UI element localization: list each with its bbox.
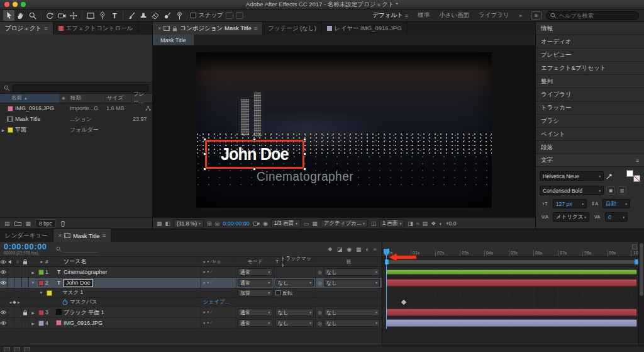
close-window-button[interactable] (4, 2, 9, 7)
scrollbar-thumb[interactable] (640, 243, 643, 296)
panel-preview[interactable]: プレビュー (536, 48, 644, 62)
parent-dropdown[interactable]: なし▾ (324, 309, 380, 316)
video-frame[interactable]: John Doe Cinematographer (196, 52, 492, 208)
next-keyframe-icon[interactable]: ▶ (18, 300, 20, 304)
camera-tool[interactable] (56, 10, 67, 21)
layer-name-edit[interactable]: John Doe (64, 279, 93, 287)
panel-brushes[interactable]: ブラシ (536, 115, 644, 128)
mask-handle[interactable] (253, 167, 256, 171)
title-text[interactable]: John Doe (221, 144, 289, 164)
layer-row[interactable]: ▶ 4 IMG_0916.JPG ♦ ✦ ∕ 通常▾ なし▾ ◎なし▾ (0, 318, 382, 329)
font-family-dropdown[interactable]: Helvetica Neue▾ (540, 171, 604, 181)
font-style-dropdown[interactable]: Condensed Bold▾ (540, 186, 604, 195)
help-search[interactable] (546, 11, 639, 20)
mask-visibility-icon[interactable]: ◎ (214, 220, 219, 227)
timeline-tracks-area[interactable]: 0s01s02s03s04s05s06s07s08s09s10s (382, 242, 644, 346)
panel-menu-icon[interactable]: ≡ (405, 13, 408, 19)
zoom-tool[interactable] (27, 10, 38, 21)
snap-option-icon[interactable] (236, 12, 243, 19)
eraser-tool[interactable] (150, 10, 161, 21)
panel-align[interactable]: 整列 (536, 75, 644, 88)
project-columns-header[interactable]: 名前▲ ◆ 種類 サイズ フレー... (0, 94, 152, 103)
resolution-dropdown[interactable]: 1/3 画質▾ (271, 219, 301, 227)
viewer-tab-mask-title[interactable]: Mask Title (153, 35, 194, 45)
project-item-folder[interactable]: ▶ 平面 フォルダー (0, 125, 152, 135)
eyedropper-icon[interactable] (606, 173, 617, 179)
keyframe-toggle-icon[interactable]: ◆ (13, 300, 16, 305)
layer-row[interactable]: ▶ 1 T Cinematographer ♦ ✦ ∕ 通常▾ ◎なし▾ (0, 267, 382, 278)
mask-handle[interactable] (303, 138, 306, 141)
stroke-over-fill-icon[interactable]: ▥ (618, 186, 626, 195)
tab-footage-viewer[interactable]: フッテージ (なし) (263, 22, 322, 35)
panel-audio[interactable]: オーディオ (536, 35, 644, 48)
view-dropdown[interactable]: アクティブカ...▾ (321, 219, 368, 227)
workspace-library[interactable]: ライブラリ (479, 11, 509, 20)
mask-handle[interactable] (253, 138, 256, 141)
panel-effects-presets[interactable]: エフェクト&プリセット (536, 62, 644, 75)
mask-row[interactable]: ▼ マスク 1 加算▾ 反転 (0, 288, 382, 298)
current-time-display[interactable]: 0:00:00:00 00000 (23.976 fps) (4, 242, 47, 256)
exposure-value[interactable]: +0.0 (446, 220, 457, 227)
snap-option-icon[interactable] (226, 12, 233, 19)
label-chip[interactable] (38, 321, 44, 326)
panel-paragraph[interactable]: 段落 (536, 141, 644, 154)
layer-switches[interactable]: ♦ ✦ ∕ (201, 307, 236, 317)
eye-icon[interactable] (0, 267, 8, 277)
av-features-pane-toggle-icon[interactable] (4, 347, 10, 351)
zoom-window-button[interactable] (21, 2, 26, 7)
preview-time-display[interactable]: 0:00:00:00 (223, 220, 250, 227)
trash-icon[interactable] (60, 220, 65, 227)
project-bit-depth-button[interactable]: 8 bpc (35, 219, 56, 227)
fill-color-swatch[interactable] (626, 170, 633, 177)
workspace-overflow-icon[interactable]: » (519, 12, 522, 19)
mask-mode-dropdown[interactable]: 加算▾ (238, 289, 272, 297)
collapse-icon[interactable]: ▼ (37, 291, 45, 295)
panel-menu-icon[interactable]: ≡ (44, 25, 47, 31)
lock-icon[interactable] (22, 307, 30, 317)
track-row[interactable] (382, 307, 644, 318)
workspace-default[interactable]: デフォルト≡ (372, 11, 408, 20)
pan-behind-tool[interactable] (68, 10, 79, 21)
eye-icon[interactable] (0, 278, 8, 288)
comp-mini-flowchart-icon[interactable]: ❖ (328, 246, 333, 253)
layer-switches[interactable]: ♦ ✦ ∕ (201, 267, 236, 277)
mask-path-track-row[interactable] (382, 298, 644, 307)
panel-tracker[interactable]: トラッカー (536, 101, 644, 115)
eye-icon[interactable] (0, 318, 8, 328)
puppet-pin-tool[interactable] (174, 10, 185, 21)
pickwhip-icon[interactable]: ◎ (318, 280, 322, 286)
exposure-icon[interactable]: ◐ (439, 220, 442, 227)
parent-dropdown[interactable]: なし▾ (324, 279, 380, 287)
brush-tool[interactable] (126, 10, 137, 21)
stroke-color-swatch[interactable] (633, 175, 640, 182)
selection-tool[interactable] (3, 10, 14, 21)
transfer-controls-pane-toggle-icon[interactable] (14, 347, 20, 351)
parent-dropdown[interactable]: なし▾ (324, 319, 380, 327)
mask-invert-checkbox[interactable] (275, 290, 280, 295)
view-layout-icon[interactable]: ◫ (371, 220, 377, 227)
parent-dropdown[interactable]: なし▾ (324, 268, 380, 276)
layer-duration-bar[interactable] (386, 309, 637, 316)
time-ruler[interactable]: 0s01s02s03s04s05s06s07s08s09s10s (382, 242, 644, 257)
pickwhip-icon[interactable]: ◎ (318, 310, 322, 315)
label-chip[interactable] (38, 280, 44, 286)
pixel-aspect-icon[interactable]: ◨ (408, 220, 413, 227)
layer-duration-bar[interactable] (386, 319, 637, 327)
transparency-grid-icon[interactable]: ▦ (312, 220, 318, 227)
panel-libraries[interactable]: ライブラリ (536, 88, 644, 101)
fast-preview-icon[interactable]: ≈ (416, 220, 419, 227)
close-icon[interactable]: × (58, 232, 62, 239)
viewer-lock-icon[interactable] (172, 26, 177, 31)
workspace-standard[interactable]: 標準 (418, 11, 430, 20)
kerning-dropdown[interactable]: メトリクス▾ (553, 212, 589, 222)
mask-handle[interactable] (303, 152, 306, 156)
blend-mode-dropdown[interactable]: 通常▾ (238, 268, 272, 276)
subtitle-text[interactable]: Cinematographer (257, 169, 353, 184)
eye-icon[interactable] (0, 307, 8, 317)
tracking-dropdown[interactable]: 0▾ (605, 212, 628, 222)
blend-mode-dropdown[interactable]: 通常▾ (238, 319, 272, 327)
tab-timeline-comp[interactable]: × Mask Title ≡ (53, 229, 111, 242)
layer-switches[interactable]: ♦ ✦ ∕ (201, 278, 236, 288)
snapshot-icon[interactable] (253, 221, 260, 226)
timeline-search[interactable] (56, 246, 97, 253)
